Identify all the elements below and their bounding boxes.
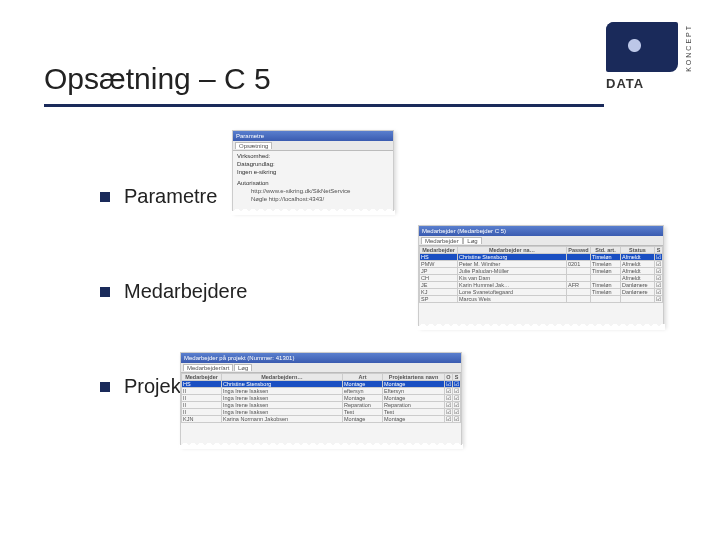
cell: eftersyn <box>343 388 383 395</box>
checkbox-icon: ☑ <box>454 416 459 422</box>
checkbox-icon: ☑ <box>454 409 459 415</box>
cell: Reparation <box>383 402 445 409</box>
cell: ☑ <box>453 402 461 409</box>
cell: ☑ <box>655 254 663 261</box>
checkbox-icon: ☑ <box>656 275 661 281</box>
cell <box>567 289 591 296</box>
checkbox-icon: ☑ <box>446 416 451 422</box>
cell: Inga Irene Isaksen <box>222 409 343 416</box>
cell: HS <box>420 254 458 261</box>
checkbox-icon: ☑ <box>656 254 661 260</box>
cell: JE <box>420 282 458 289</box>
table-row: HSChristine StensborgMontageMontage☑☑ <box>182 381 461 388</box>
cell: ☑ <box>453 388 461 395</box>
cell: II <box>182 409 222 416</box>
checkbox-icon: ☑ <box>656 268 661 274</box>
cell: Peter M. Winther <box>458 261 567 268</box>
table-row: IIInga Irene IsaksenTestTest☑☑ <box>182 409 461 416</box>
checkbox-icon: ☑ <box>656 261 661 267</box>
cell: Montage <box>383 381 445 388</box>
checkbox-icon: ☑ <box>446 395 451 401</box>
screenshot-medarbejdere: Medarbejder (Medarbejder C 5) Medarbejde… <box>418 225 664 327</box>
cell: Afmeldt <box>621 268 655 275</box>
cell: Christine Stensborg <box>222 381 343 388</box>
screenshot-projekt: Medarbejder på projekt (Nummer: 41301) M… <box>180 352 462 446</box>
cell: ☑ <box>453 395 461 402</box>
cell: HS <box>182 381 222 388</box>
cell <box>567 268 591 275</box>
cell <box>567 275 591 282</box>
checkbox-icon: ☑ <box>446 381 451 387</box>
checkbox-icon: ☑ <box>446 388 451 394</box>
cell: ☑ <box>655 261 663 268</box>
cell: Danlønere <box>621 282 655 289</box>
cell: ☑ <box>445 402 453 409</box>
logo-word: DATA <box>606 76 692 91</box>
cell: Montage <box>383 416 445 423</box>
cell: Christine Stensborg <box>458 254 567 261</box>
checkbox-icon: ☑ <box>656 296 661 302</box>
window-title: Parametre <box>233 131 393 141</box>
title-underline <box>44 104 604 107</box>
cell: II <box>182 402 222 409</box>
page-title: Opsætning – C 5 <box>44 62 271 96</box>
col-header: Medarbejdern… <box>222 374 343 381</box>
cell: Afmeldt <box>621 275 655 282</box>
cell: ☑ <box>445 395 453 402</box>
cell: Montage <box>343 395 383 402</box>
cell: Kis van Dam <box>458 275 567 282</box>
cell: Timeløn <box>591 268 621 275</box>
logo: KONCEPT DATA <box>606 22 692 94</box>
col-header: Medarbejder <box>420 247 458 254</box>
checkbox-icon: ☑ <box>446 409 451 415</box>
cell: Timeløn <box>591 261 621 268</box>
col-header: Std. art. <box>591 247 621 254</box>
cell <box>621 296 655 303</box>
table-row: IIInga Irene IsaksenMontageMontage☑☑ <box>182 395 461 402</box>
cell: Test <box>343 409 383 416</box>
table-row: JEKarin Hummel Jak…AFRTimelønDanlønere☑ <box>420 282 663 289</box>
cell: ☑ <box>445 381 453 388</box>
cell: PMW <box>420 261 458 268</box>
cell: Afmeldt <box>621 261 655 268</box>
col-header: Medarbejder na… <box>458 247 567 254</box>
bullet-parametre: Parametre <box>100 185 247 208</box>
table-row: SPMarcus Weis☑ <box>420 296 663 303</box>
cell: ☑ <box>655 268 663 275</box>
tab-opsaetning: Opsætning <box>235 142 272 149</box>
cell: ☑ <box>445 409 453 416</box>
cell: Eftersyn <box>383 388 445 395</box>
cell: Timeløn <box>591 282 621 289</box>
cell: Test <box>383 409 445 416</box>
checkbox-icon: ☑ <box>454 402 459 408</box>
checkbox-icon: ☑ <box>656 289 661 295</box>
slide: KONCEPT DATA Opsætning – C 5 Parametre M… <box>0 0 720 540</box>
cell: Karina Normann Jakobsen <box>222 416 343 423</box>
logo-vert-text: KONCEPT <box>685 24 692 72</box>
table-row: PMWPeter M. Winther0201TimelønAfmeldt☑ <box>420 261 663 268</box>
cell: CH <box>420 275 458 282</box>
cell <box>567 296 591 303</box>
cell: ☑ <box>655 289 663 296</box>
col-header: S <box>655 247 663 254</box>
checkbox-icon: ☑ <box>454 388 459 394</box>
cell: 0201 <box>567 261 591 268</box>
cell: ☑ <box>453 409 461 416</box>
cell: Timeløn <box>591 289 621 296</box>
checkbox-icon: ☑ <box>656 282 661 288</box>
col-header: Status <box>621 247 655 254</box>
cell <box>567 254 591 261</box>
checkbox-icon: ☑ <box>454 395 459 401</box>
cell: ☑ <box>655 275 663 282</box>
col-header: Passwd <box>567 247 591 254</box>
cell: Inga Irene Isaksen <box>222 395 343 402</box>
tab-log: Løg <box>234 364 252 371</box>
cell: KJN <box>182 416 222 423</box>
checkbox-icon: ☑ <box>454 381 459 387</box>
col-header: Art <box>343 374 383 381</box>
table-row: KJNKarina Normann JakobsenMontageMontage… <box>182 416 461 423</box>
cell: Montage <box>343 416 383 423</box>
screenshot-parametre: Parametre Opsætning Virksomhed: Datagrun… <box>232 130 394 212</box>
cell: ☑ <box>655 282 663 289</box>
table-row: JPJulie Paludan-MüllerTimelønAfmeldt☑ <box>420 268 663 275</box>
